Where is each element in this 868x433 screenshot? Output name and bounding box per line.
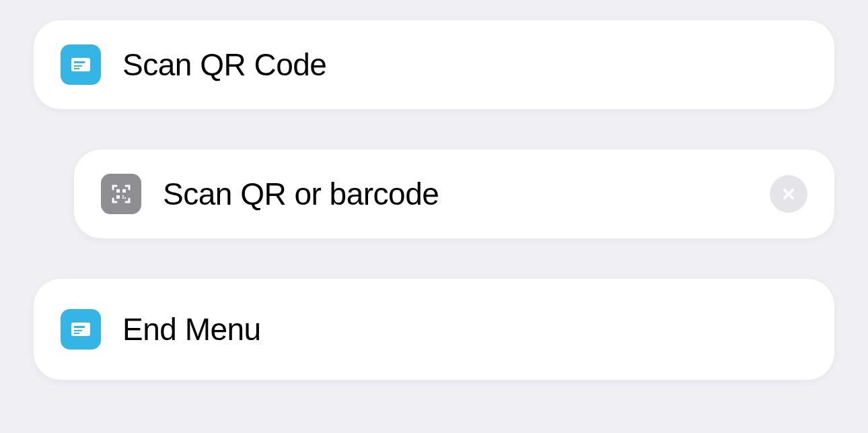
qr-scan-icon xyxy=(101,174,141,214)
svg-rect-2 xyxy=(74,65,82,67)
svg-rect-6 xyxy=(116,195,120,199)
menu-icon xyxy=(61,44,101,85)
menu-end-label: End Menu xyxy=(122,311,261,347)
svg-rect-7 xyxy=(122,195,124,197)
svg-rect-3 xyxy=(74,68,79,69)
menu-icon xyxy=(61,309,101,349)
action-label: Scan QR or barcode xyxy=(163,176,439,212)
menu-option-label: Scan QR Code xyxy=(122,46,326,83)
svg-rect-11 xyxy=(74,326,85,328)
svg-rect-12 xyxy=(74,330,82,331)
svg-rect-1 xyxy=(74,61,85,63)
close-icon xyxy=(781,186,797,202)
svg-rect-13 xyxy=(74,333,79,334)
svg-rect-5 xyxy=(122,189,126,193)
svg-rect-9 xyxy=(122,197,124,199)
svg-rect-4 xyxy=(116,189,120,193)
menu-end[interactable]: End Menu xyxy=(34,279,834,380)
remove-action-button[interactable] xyxy=(770,175,807,213)
svg-rect-8 xyxy=(124,197,126,199)
menu-option-scan-qr-code[interactable]: Scan QR Code xyxy=(34,20,834,109)
action-scan-qr-or-barcode[interactable]: Scan QR or barcode xyxy=(74,149,834,238)
